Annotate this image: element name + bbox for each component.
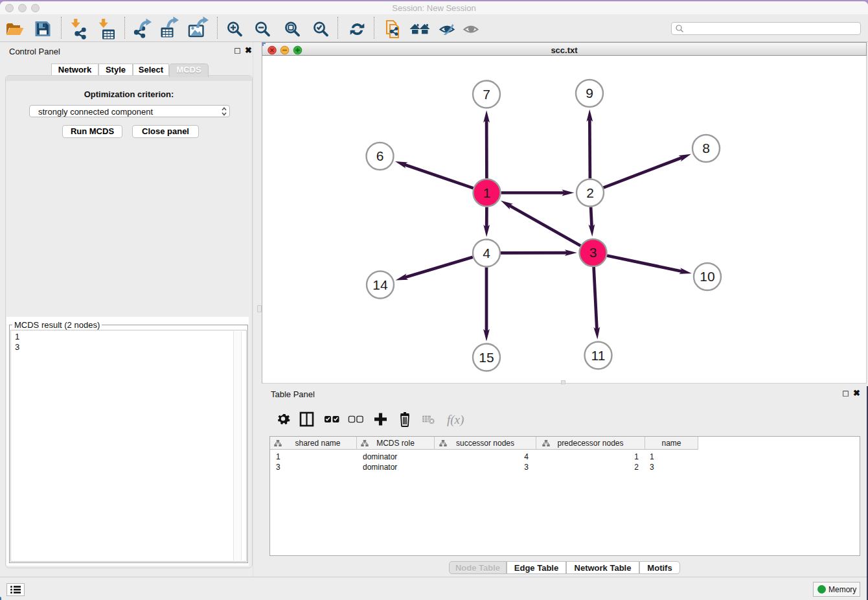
svg-text:8: 8 <box>702 141 710 156</box>
svg-text:11: 11 <box>591 348 606 363</box>
svg-text:3: 3 <box>589 245 597 260</box>
svg-text:9: 9 <box>586 86 593 100</box>
svg-text:1: 1 <box>483 185 491 200</box>
svg-text:2: 2 <box>586 185 594 200</box>
svg-text:10: 10 <box>700 269 714 284</box>
svg-text:6: 6 <box>376 148 384 163</box>
svg-text:14: 14 <box>372 277 388 292</box>
svg-text:15: 15 <box>479 350 494 365</box>
svg-text:7: 7 <box>483 87 490 102</box>
svg-text:f(x): f(x) <box>447 413 464 427</box>
svg-text:4: 4 <box>483 246 490 260</box>
